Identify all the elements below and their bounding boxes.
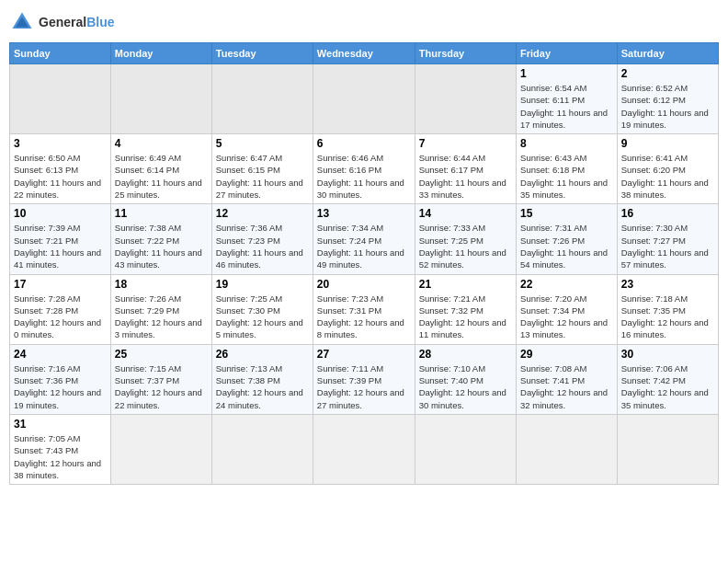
calendar-cell <box>617 414 718 484</box>
day-header-tuesday: Tuesday <box>211 43 313 64</box>
day-info: Sunrise: 7:31 AM Sunset: 7:26 PM Dayligh… <box>520 222 613 270</box>
day-number: 18 <box>115 278 208 291</box>
calendar-cell: 26Sunrise: 7:13 AM Sunset: 7:38 PM Dayli… <box>211 344 313 414</box>
calendar-cell: 31Sunrise: 7:05 AM Sunset: 7:43 PM Dayli… <box>10 414 111 484</box>
day-info: Sunrise: 7:11 AM Sunset: 7:39 PM Dayligh… <box>317 362 411 411</box>
calendar-cell: 9Sunrise: 6:41 AM Sunset: 6:20 PM Daylig… <box>617 134 718 204</box>
calendar-cell <box>110 414 211 484</box>
calendar-cell: 16Sunrise: 7:30 AM Sunset: 7:27 PM Dayli… <box>617 204 718 274</box>
day-info: Sunrise: 7:38 AM Sunset: 7:22 PM Dayligh… <box>115 222 208 270</box>
calendar-cell: 2Sunrise: 6:52 AM Sunset: 6:12 PM Daylig… <box>617 64 718 134</box>
calendar-cell: 21Sunrise: 7:21 AM Sunset: 7:32 PM Dayli… <box>415 274 516 344</box>
day-info: Sunrise: 7:36 AM Sunset: 7:23 PM Dayligh… <box>216 222 309 270</box>
calendar-cell: 5Sunrise: 6:47 AM Sunset: 6:15 PM Daylig… <box>211 134 313 204</box>
calendar-table: SundayMondayTuesdayWednesdayThursdayFrid… <box>9 42 719 485</box>
day-info: Sunrise: 6:54 AM Sunset: 6:11 PM Dayligh… <box>520 82 613 131</box>
day-number: 4 <box>115 137 208 150</box>
day-info: Sunrise: 7:13 AM Sunset: 7:38 PM Dayligh… <box>216 362 309 411</box>
day-info: Sunrise: 6:43 AM Sunset: 6:18 PM Dayligh… <box>520 152 613 201</box>
day-info: Sunrise: 7:34 AM Sunset: 7:24 PM Dayligh… <box>317 222 411 270</box>
calendar-cell: 24Sunrise: 7:16 AM Sunset: 7:36 PM Dayli… <box>10 344 111 414</box>
calendar-cell: 7Sunrise: 6:44 AM Sunset: 6:17 PM Daylig… <box>415 134 516 204</box>
calendar-cell: 13Sunrise: 7:34 AM Sunset: 7:24 PM Dayli… <box>313 204 415 274</box>
calendar-cell: 8Sunrise: 6:43 AM Sunset: 6:18 PM Daylig… <box>517 134 618 204</box>
calendar-cell: 29Sunrise: 7:08 AM Sunset: 7:41 PM Dayli… <box>517 344 618 414</box>
day-number: 26 <box>216 348 309 361</box>
calendar-cell <box>10 64 111 134</box>
calendar-cell <box>313 414 415 484</box>
calendar-cell: 15Sunrise: 7:31 AM Sunset: 7:26 PM Dayli… <box>517 204 618 274</box>
day-info: Sunrise: 7:23 AM Sunset: 7:31 PM Dayligh… <box>317 293 411 341</box>
day-number: 9 <box>621 137 714 150</box>
day-info: Sunrise: 6:44 AM Sunset: 6:17 PM Dayligh… <box>419 152 512 201</box>
day-info: Sunrise: 6:52 AM Sunset: 6:12 PM Dayligh… <box>621 82 714 131</box>
calendar-cell: 25Sunrise: 7:15 AM Sunset: 7:37 PM Dayli… <box>110 344 211 414</box>
day-number: 30 <box>621 348 714 361</box>
calendar-header-row: SundayMondayTuesdayWednesdayThursdayFrid… <box>10 43 719 64</box>
day-info: Sunrise: 7:16 AM Sunset: 7:36 PM Dayligh… <box>14 362 107 411</box>
calendar-cell: 18Sunrise: 7:26 AM Sunset: 7:29 PM Dayli… <box>110 274 211 344</box>
week-row-4: 17Sunrise: 7:28 AM Sunset: 7:28 PM Dayli… <box>10 274 719 344</box>
day-number: 23 <box>621 278 714 291</box>
day-number: 20 <box>317 278 411 291</box>
calendar-cell <box>415 64 516 134</box>
day-number: 3 <box>14 137 107 150</box>
day-info: Sunrise: 6:46 AM Sunset: 6:16 PM Dayligh… <box>317 152 411 201</box>
calendar-cell <box>415 414 516 484</box>
day-number: 22 <box>520 278 613 291</box>
day-info: Sunrise: 7:18 AM Sunset: 7:35 PM Dayligh… <box>621 293 714 341</box>
generalblue-logo-icon <box>9 9 35 35</box>
day-number: 27 <box>317 348 411 361</box>
day-info: Sunrise: 7:21 AM Sunset: 7:32 PM Dayligh… <box>419 293 512 341</box>
calendar-cell <box>313 64 415 134</box>
day-header-sunday: Sunday <box>10 43 111 64</box>
calendar-cell: 30Sunrise: 7:06 AM Sunset: 7:42 PM Dayli… <box>617 344 718 414</box>
calendar-cell: 6Sunrise: 6:46 AM Sunset: 6:16 PM Daylig… <box>313 134 415 204</box>
week-row-3: 10Sunrise: 7:39 AM Sunset: 7:21 PM Dayli… <box>10 204 719 274</box>
calendar-cell: 10Sunrise: 7:39 AM Sunset: 7:21 PM Dayli… <box>10 204 111 274</box>
day-info: Sunrise: 6:47 AM Sunset: 6:15 PM Dayligh… <box>216 152 309 201</box>
calendar-cell: 20Sunrise: 7:23 AM Sunset: 7:31 PM Dayli… <box>313 274 415 344</box>
calendar-cell: 4Sunrise: 6:49 AM Sunset: 6:14 PM Daylig… <box>110 134 211 204</box>
day-info: Sunrise: 7:20 AM Sunset: 7:34 PM Dayligh… <box>520 293 613 341</box>
day-number: 5 <box>216 137 309 150</box>
day-number: 8 <box>520 137 613 150</box>
day-header-saturday: Saturday <box>617 43 718 64</box>
day-info: Sunrise: 7:33 AM Sunset: 7:25 PM Dayligh… <box>419 222 512 270</box>
day-number: 16 <box>621 207 714 220</box>
day-number: 25 <box>115 348 208 361</box>
day-info: Sunrise: 6:41 AM Sunset: 6:20 PM Dayligh… <box>621 152 714 201</box>
calendar-cell: 3Sunrise: 6:50 AM Sunset: 6:13 PM Daylig… <box>10 134 111 204</box>
calendar-cell <box>110 64 211 134</box>
calendar-cell: 14Sunrise: 7:33 AM Sunset: 7:25 PM Dayli… <box>415 204 516 274</box>
week-row-6: 31Sunrise: 7:05 AM Sunset: 7:43 PM Dayli… <box>10 414 719 484</box>
day-info: Sunrise: 7:05 AM Sunset: 7:43 PM Dayligh… <box>14 432 107 481</box>
day-header-monday: Monday <box>110 43 211 64</box>
day-info: Sunrise: 7:08 AM Sunset: 7:41 PM Dayligh… <box>520 362 613 411</box>
page-header: GeneralBlue <box>9 9 719 35</box>
calendar-cell <box>517 414 618 484</box>
day-number: 1 <box>520 67 613 80</box>
calendar-cell: 27Sunrise: 7:11 AM Sunset: 7:39 PM Dayli… <box>313 344 415 414</box>
logo: GeneralBlue <box>9 9 114 35</box>
day-number: 19 <box>216 278 309 291</box>
day-number: 13 <box>317 207 411 220</box>
calendar-cell: 12Sunrise: 7:36 AM Sunset: 7:23 PM Dayli… <box>211 204 313 274</box>
day-info: Sunrise: 6:50 AM Sunset: 6:13 PM Dayligh… <box>14 152 107 201</box>
day-number: 2 <box>621 67 714 80</box>
day-header-friday: Friday <box>517 43 618 64</box>
calendar-cell: 11Sunrise: 7:38 AM Sunset: 7:22 PM Dayli… <box>110 204 211 274</box>
day-header-wednesday: Wednesday <box>313 43 415 64</box>
calendar-cell: 28Sunrise: 7:10 AM Sunset: 7:40 PM Dayli… <box>415 344 516 414</box>
day-info: Sunrise: 7:06 AM Sunset: 7:42 PM Dayligh… <box>621 362 714 411</box>
day-number: 15 <box>520 207 613 220</box>
day-number: 31 <box>14 418 107 431</box>
day-header-thursday: Thursday <box>415 43 516 64</box>
logo-text: GeneralBlue <box>39 15 114 29</box>
day-number: 12 <box>216 207 309 220</box>
week-row-2: 3Sunrise: 6:50 AM Sunset: 6:13 PM Daylig… <box>10 134 719 204</box>
day-number: 6 <box>317 137 411 150</box>
day-number: 21 <box>419 278 512 291</box>
day-number: 7 <box>419 137 512 150</box>
day-number: 29 <box>520 348 613 361</box>
